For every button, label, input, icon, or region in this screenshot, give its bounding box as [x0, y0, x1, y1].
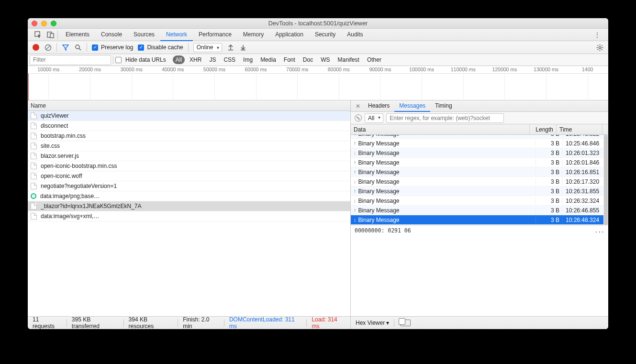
time-column-header[interactable]: Time — [557, 124, 603, 134]
tab-sources[interactable]: Sources — [128, 29, 160, 41]
timeline-overview[interactable]: 10000 ms20000 ms30000 ms40000 ms50000 ms… — [28, 66, 608, 100]
svg-line-4 — [46, 45, 50, 49]
svg-line-14 — [597, 45, 598, 46]
tab-audits[interactable]: Audits — [341, 29, 368, 41]
preserve-log-checkbox[interactable]: Preserve log — [92, 44, 133, 51]
separator — [113, 55, 113, 64]
tab-network[interactable]: Network — [160, 29, 193, 41]
request-row[interactable]: data:image/svg+xml,… — [28, 211, 350, 221]
hide-data-urls-checkbox[interactable]: Hide data URLs — [115, 56, 166, 63]
throttling-select[interactable]: Online — [193, 43, 223, 52]
message-row[interactable]: ↓Binary Message3 B10:26:01.323 — [351, 148, 608, 158]
request-name: site.css — [41, 143, 60, 149]
clear-icon[interactable] — [44, 44, 52, 51]
message-row[interactable]: ↑Binary Message3 B10:25:46.846 — [351, 139, 608, 148]
message-row[interactable]: ↓Binary Message3 B10:25:46.322 — [351, 135, 608, 139]
tab-elements[interactable]: Elements — [60, 29, 95, 41]
detail-tab-timing[interactable]: Timing — [430, 100, 457, 112]
upload-har-icon[interactable] — [227, 44, 234, 51]
arrow-up-icon: ↑ — [354, 160, 357, 165]
copy-message-icon[interactable] — [394, 320, 415, 326]
filter-chip-ws[interactable]: WS — [318, 55, 333, 64]
filter-chip-media[interactable]: Media — [257, 55, 279, 64]
messages-toolbar: All — [351, 112, 608, 124]
filter-chip-doc[interactable]: Doc — [300, 55, 316, 64]
filter-chip-xhr[interactable]: XHR — [187, 55, 204, 64]
request-row[interactable]: blazor.server.js — [28, 151, 350, 161]
message-row[interactable]: ↓Binary Message3 B10:26:17.320 — [351, 177, 608, 187]
tab-performance[interactable]: Performance — [193, 29, 237, 41]
settings-gear-icon[interactable] — [596, 44, 603, 51]
arrow-down-icon: ↓ — [354, 135, 357, 136]
detail-tab-messages[interactable]: Messages — [394, 100, 430, 112]
length-column-header[interactable]: Length — [530, 124, 557, 134]
tab-console[interactable]: Console — [95, 29, 128, 41]
tab-security[interactable]: Security — [309, 29, 341, 41]
hex-viewer: 00000000: 0291 06 ... — [351, 225, 608, 316]
filter-chip-img[interactable]: Img — [240, 55, 256, 64]
request-name: disconnect — [41, 122, 68, 129]
document-icon — [31, 203, 37, 210]
request-row[interactable]: quizViewer — [28, 111, 350, 121]
bottom-bar: 11 requests 395 KB transferred 394 KB re… — [28, 317, 608, 329]
request-row[interactable]: data:image/png;base… — [28, 191, 350, 201]
record-button[interactable] — [33, 44, 39, 51]
name-column-header[interactable]: Name — [28, 100, 350, 111]
inspect-element-icon[interactable] — [33, 30, 43, 40]
filter-icon[interactable] — [62, 44, 69, 51]
document-icon — [31, 112, 37, 119]
tab-memory[interactable]: Memory — [237, 29, 269, 41]
request-row[interactable]: open-iconic-bootstrap.min.css — [28, 161, 350, 171]
request-row[interactable]: site.css — [28, 141, 350, 151]
message-row[interactable]: ↑Binary Message3 B10:26:16.851 — [351, 167, 608, 177]
message-row[interactable]: ↑Binary Message3 B10:26:31.855 — [351, 187, 608, 196]
finish-time: Finish: 2.0 min — [178, 316, 224, 329]
message-row[interactable]: ↓Binary Message3 B10:26:48.324 — [351, 215, 608, 225]
message-time: 10:26:32.324 — [562, 198, 608, 204]
data-column-header[interactable]: Data — [351, 124, 530, 134]
message-row[interactable]: ↑Binary Message3 B10:26:46.855 — [351, 206, 608, 215]
document-icon — [31, 213, 37, 220]
filter-chip-manifest[interactable]: Manifest — [335, 55, 362, 64]
message-row[interactable]: ↑Binary Message3 B10:26:01.846 — [351, 158, 608, 167]
request-name: quizViewer — [41, 112, 68, 119]
request-row[interactable]: bootstrap.min.css — [28, 131, 350, 141]
request-name: open-iconic-bootstrap.min.css — [41, 163, 117, 169]
message-length: 3 B — [536, 207, 562, 214]
timeline-tick: 120000 ms — [492, 66, 517, 72]
request-row[interactable]: open-iconic.woff — [28, 171, 350, 181]
filter-chip-js[interactable]: JS — [206, 55, 219, 64]
timeline-tick: 40000 ms — [162, 66, 184, 72]
checkbox-icon — [115, 57, 122, 63]
tab-application[interactable]: Application — [269, 29, 309, 41]
more-options-icon[interactable]: ⋮ — [591, 31, 603, 39]
hex-viewer-select[interactable]: Hex Viewer ▾ — [351, 320, 394, 326]
arrow-up-icon: ↑ — [354, 208, 357, 213]
message-text: Binary Message — [358, 159, 400, 166]
messages-filter-select[interactable]: All — [365, 113, 383, 123]
search-icon[interactable] — [74, 44, 82, 51]
request-row[interactable]: _blazor?id=lqrxx1JNEaK5GmlzEkN_7A — [28, 201, 350, 211]
filter-chip-other[interactable]: Other — [364, 55, 384, 64]
filter-input[interactable] — [30, 55, 111, 65]
download-har-icon[interactable] — [239, 44, 247, 51]
window-titlebar: DevTools - localhost:5001/quizViewer — [28, 18, 608, 29]
disable-cache-checkbox[interactable]: Disable cache — [138, 44, 183, 51]
request-row[interactable]: disconnect — [28, 121, 350, 131]
device-toolbar-icon[interactable] — [45, 30, 56, 40]
messages-regex-input[interactable] — [386, 113, 504, 123]
message-row[interactable]: ↓Binary Message3 B10:26:32.324 — [351, 196, 608, 206]
filter-chip-font[interactable]: Font — [281, 55, 298, 64]
svg-line-16 — [601, 45, 602, 46]
filter-chip-css[interactable]: CSS — [221, 55, 238, 64]
request-row[interactable]: negotiate?negotiateVersion=1 — [28, 181, 350, 191]
message-length: 3 B — [536, 217, 562, 223]
message-time: 10:26:48.324 — [562, 217, 608, 223]
filter-chip-all[interactable]: All — [173, 55, 185, 64]
messages-scrollbar[interactable] — [603, 135, 608, 225]
checkbox-icon — [138, 44, 144, 51]
detail-tab-headers[interactable]: Headers — [363, 100, 394, 112]
close-detail-icon[interactable]: ✕ — [355, 103, 361, 110]
clear-messages-icon[interactable] — [355, 114, 362, 121]
timeline-tick: 80000 ms — [328, 66, 350, 72]
